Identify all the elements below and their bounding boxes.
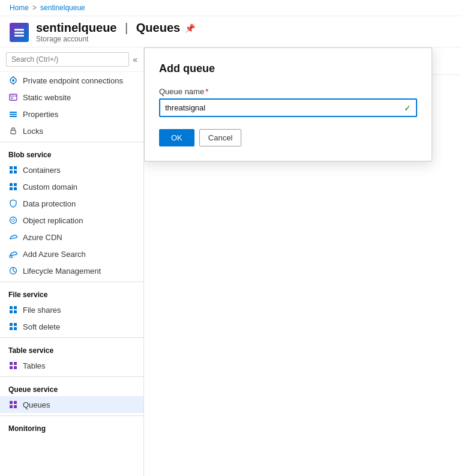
svg-point-4 [12,79,14,82]
file-shares-icon [8,305,18,315]
sidebar-label-azure-cdn: Azure CDN [23,233,62,242]
sidebar-item-lifecycle-management[interactable]: Lifecycle Management [0,262,143,279]
sidebar-item-queues[interactable]: Queues [0,396,143,413]
collapse-button[interactable]: « [133,55,137,64]
sidebar-item-static-website[interactable]: Static website [0,89,143,106]
resource-icon [10,23,29,42]
sidebar: « Private endpoint connections Static we… [0,47,144,476]
svg-rect-39 [14,401,17,404]
svg-rect-41 [14,405,17,408]
azure-cdn-icon [8,232,18,242]
sidebar-label-private-endpoints: Private endpoint connections [23,76,123,85]
svg-rect-19 [14,183,17,186]
dialog-title: Add queue [159,62,417,75]
file-service-section: File service [0,285,143,301]
svg-rect-34 [10,362,13,365]
sidebar-item-custom-domain[interactable]: Custom domain [0,178,143,195]
breadcrumb-separator: > [32,4,37,12]
svg-rect-13 [11,130,16,134]
cancel-button[interactable]: Cancel [199,129,241,146]
breadcrumb: Home > sentinelqueue [0,0,461,16]
dialog-overlay: Add queue Queue name* ✓ OK Cancel [144,47,461,476]
svg-rect-15 [14,166,17,169]
sidebar-label-locks: Locks [23,127,43,136]
dialog-actions: OK Cancel [159,129,417,146]
svg-rect-32 [10,327,13,330]
ok-button[interactable]: OK [159,129,194,146]
breadcrumb-home[interactable]: Home [10,4,29,12]
svg-rect-26 [10,306,13,309]
svg-rect-37 [14,366,17,369]
sidebar-item-locks[interactable]: Locks [0,122,143,139]
sidebar-item-soft-delete[interactable]: Soft delete [0,318,143,335]
pin-icon[interactable]: 📌 [185,23,195,33]
queue-service-section: Queue service [0,379,143,396]
sidebar-item-file-shares[interactable]: File shares [0,301,143,318]
search-bar: « [0,47,143,72]
svg-rect-10 [10,112,17,113]
sidebar-item-azure-cdn[interactable]: Azure CDN [0,229,143,246]
lifecycle-icon [8,266,18,276]
sidebar-item-properties[interactable]: Properties [0,106,143,122]
data-protection-icon [8,199,18,208]
page-header: sentinelqueue | Queues 📌 Storage account [0,16,461,47]
page-resource-name: sentinelqueue | Queues [36,21,180,35]
svg-rect-0 [14,29,24,31]
resource-subtitle: Storage account [36,35,195,43]
svg-point-22 [10,217,17,224]
queue-name-label: Queue name* [159,87,417,96]
queue-name-input[interactable] [160,100,399,116]
sidebar-item-containers[interactable]: Containers [0,161,143,178]
header-title-block: sentinelqueue | Queues 📌 Storage account [36,21,195,43]
sidebar-label-static-website: Static website [23,93,71,102]
svg-rect-29 [14,310,17,313]
valid-check-icon: ✓ [399,103,416,113]
sidebar-label-properties: Properties [23,110,58,119]
svg-rect-21 [14,187,17,190]
locks-icon [8,126,18,136]
required-marker: * [205,87,208,96]
svg-rect-40 [10,405,13,408]
sidebar-label-queues: Queues [23,400,50,409]
sidebar-item-add-azure-search[interactable]: Add Azure Search [0,246,143,262]
content-area: + Queue Refresh Delete Add queue Queue n… [144,47,461,476]
monitoring-section: Monitoring [0,418,143,435]
sidebar-label-add-azure-search: Add Azure Search [23,250,86,259]
queue-name-field: Queue name* ✓ [159,87,417,117]
blob-service-section: Blob service [0,145,143,161]
svg-rect-33 [14,327,17,330]
add-queue-dialog: Add queue Queue name* ✓ OK Cancel [144,47,432,161]
sidebar-item-object-replication[interactable]: Object replication [0,212,143,229]
queues-icon [8,400,18,409]
search-input[interactable] [6,52,129,67]
add-azure-search-icon [8,249,18,259]
properties-icon [8,109,18,119]
svg-rect-1 [14,32,24,34]
breadcrumb-current[interactable]: sentinelqueue [40,4,85,12]
svg-rect-20 [10,187,13,190]
private-endpoints-icon [8,76,18,85]
main-layout: « Private endpoint connections Static we… [0,47,461,476]
sidebar-label-containers: Containers [23,166,61,175]
svg-rect-16 [10,170,13,173]
sidebar-item-data-protection[interactable]: Data protection [0,195,143,212]
svg-rect-38 [10,401,13,404]
static-website-icon [8,92,18,102]
queue-name-input-row: ✓ [159,98,417,117]
sidebar-label-custom-domain: Custom domain [23,182,77,191]
sidebar-item-tables[interactable]: Tables [0,357,143,374]
svg-rect-11 [10,114,17,115]
svg-rect-14 [10,166,13,169]
svg-rect-17 [14,170,17,173]
svg-rect-31 [14,323,17,326]
sidebar-label-data-protection: Data protection [23,199,76,208]
svg-line-24 [12,258,13,259]
sidebar-item-private-endpoints[interactable]: Private endpoint connections [0,72,143,89]
svg-rect-2 [14,35,24,37]
svg-rect-12 [10,116,17,117]
object-replication-icon [8,215,18,225]
sidebar-label-tables: Tables [23,361,46,370]
svg-rect-30 [10,323,13,326]
sidebar-label-soft-delete: Soft delete [23,322,60,331]
svg-rect-36 [10,366,13,369]
